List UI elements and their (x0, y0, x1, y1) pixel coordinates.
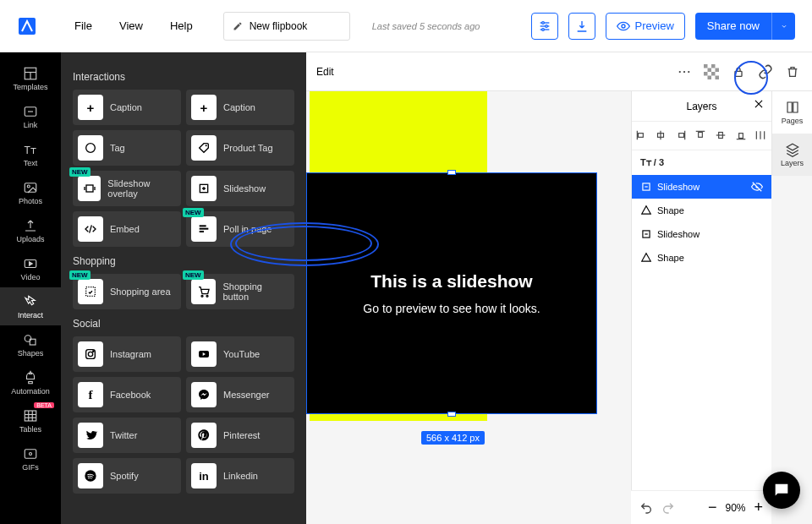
cart-icon (191, 279, 216, 304)
rail-video[interactable]: Video (0, 249, 61, 287)
distribute-icon[interactable] (754, 129, 768, 143)
transparency-icon[interactable] (702, 63, 721, 81)
layer-item-slideshow-1[interactable]: Slideshow (632, 175, 771, 199)
align-left-icon[interactable] (635, 129, 649, 143)
svg-point-14 (27, 185, 30, 188)
svg-rect-60 (699, 132, 703, 137)
rail-automation[interactable]: Automation (0, 363, 61, 401)
card-messenger[interactable]: Messenger (186, 377, 294, 412)
svg-rect-54 (638, 133, 643, 137)
topbar: File View Help New flipbook Last saved 5… (0, 0, 812, 52)
align-top-icon[interactable] (694, 129, 708, 143)
share-chevron-icon[interactable] (771, 13, 795, 40)
card-product-tag[interactable]: Product Tag (186, 130, 294, 166)
svg-point-42 (688, 70, 689, 72)
facebook-icon: f (78, 382, 103, 407)
twitter-icon (78, 423, 103, 448)
youtube-icon (191, 341, 217, 367)
card-slideshow-overlay[interactable]: NEWSlideshow overlay (73, 171, 181, 206)
svg-rect-45 (711, 64, 716, 68)
svg-point-7 (622, 25, 625, 28)
close-icon[interactable] (753, 98, 765, 110)
flipbook-title-input[interactable]: New flipbook (223, 12, 350, 41)
layers-header: Layers (632, 91, 771, 122)
rail-gifs[interactable]: GIFs (0, 439, 61, 478)
rail-photos[interactable]: Photos (0, 173, 61, 211)
visibility-off-icon[interactable] (751, 181, 763, 193)
svg-point-6 (541, 28, 544, 30)
preview-button[interactable]: Preview (606, 13, 685, 40)
menu-file[interactable]: File (74, 19, 92, 32)
card-facebook[interactable]: fFacebook (73, 377, 181, 412)
rail-shapes[interactable]: Shapes (0, 325, 61, 363)
svg-rect-30 (200, 228, 209, 230)
more-icon[interactable] (675, 63, 694, 81)
rail-uploads[interactable]: Uploads (0, 211, 61, 249)
right-rail-pages[interactable]: Pages (772, 91, 813, 134)
undo-icon[interactable] (639, 501, 653, 515)
rail-templates[interactable]: Templates (0, 59, 61, 97)
last-saved-label: Last saved 5 seconds ago (372, 21, 480, 31)
plus-icon: + (191, 95, 217, 120)
zoom-out-icon[interactable]: − (708, 499, 717, 516)
card-shopping-area[interactable]: NEWShopping area (73, 274, 181, 309)
card-pinterest[interactable]: Pinterest (186, 418, 294, 453)
slideshow-subtitle: Go to preview to see how it looks. (363, 302, 540, 315)
align-toolbar (632, 122, 771, 150)
card-tag[interactable]: Tag (73, 130, 181, 166)
resize-handle-top[interactable] (447, 170, 456, 175)
menu-view[interactable]: View (119, 19, 143, 32)
zoom-bar: − 90% + (631, 490, 771, 524)
right-rail-layers[interactable]: Layers (772, 134, 813, 176)
layer-item-shape-1[interactable]: Shape (632, 199, 771, 222)
layers-count: Tᴛ / 3 (632, 150, 771, 175)
align-bottom-icon[interactable] (735, 129, 749, 143)
card-linkedin[interactable]: inLinkedin (186, 458, 294, 494)
edit-label[interactable]: Edit (316, 66, 334, 78)
card-spotify[interactable]: Spotify (73, 458, 181, 494)
card-youtube[interactable]: YouTube (186, 336, 294, 372)
slideshow-element[interactable]: This is a slideshow Go to preview to see… (306, 172, 597, 414)
instagram-icon (78, 341, 103, 367)
card-embed[interactable]: Embed (73, 211, 181, 247)
card-shopping-button[interactable]: NEWShopping button (186, 274, 294, 309)
card-caption-alt[interactable]: +Caption (186, 90, 294, 125)
svg-rect-18 (25, 411, 36, 421)
card-caption[interactable]: +Caption (73, 90, 181, 125)
rail-link[interactable]: Link (0, 97, 61, 135)
help-chat-button[interactable] (763, 472, 800, 509)
align-right-icon[interactable] (675, 129, 689, 143)
card-twitter[interactable]: Twitter (73, 418, 181, 453)
lock-icon[interactable] (729, 63, 748, 81)
delete-icon[interactable] (783, 63, 802, 81)
align-center-h-icon[interactable] (655, 129, 668, 143)
zoom-in-icon[interactable]: + (754, 499, 763, 516)
menu-help[interactable]: Help (170, 19, 193, 32)
rail-interact[interactable]: Interact (0, 287, 61, 325)
svg-rect-29 (200, 225, 206, 227)
messenger-icon (191, 382, 217, 407)
card-slideshow[interactable]: Slideshow (186, 171, 294, 206)
rail-tables[interactable]: BETATables (0, 401, 61, 439)
card-poll-in-page[interactable]: NEWPoll in page (186, 211, 294, 247)
layer-item-shape-2[interactable]: Shape (632, 246, 771, 270)
share-button[interactable]: Share now (695, 13, 795, 40)
download-button[interactable] (568, 13, 595, 40)
layer-item-slideshow-2[interactable]: Slideshow (632, 222, 771, 246)
align-center-v-icon[interactable] (715, 129, 728, 143)
svg-rect-58 (679, 133, 684, 137)
card-instagram[interactable]: Instagram (73, 336, 181, 372)
resize-handle-bottom[interactable] (447, 412, 456, 417)
svg-point-41 (683, 70, 685, 72)
rail-text[interactable]: TᴛText (0, 135, 61, 173)
flipbook-title-text: New flipbook (250, 20, 308, 32)
svg-rect-31 (200, 231, 204, 232)
section-shopping-title: Shopping (73, 255, 294, 267)
svg-point-40 (679, 70, 681, 72)
circle-icon (78, 135, 103, 161)
link-icon[interactable] (756, 63, 775, 81)
redo-icon[interactable] (661, 501, 675, 515)
zoom-value[interactable]: 90% (725, 502, 745, 514)
svg-rect-51 (716, 75, 720, 79)
settings-sliders-button[interactable] (531, 13, 558, 40)
